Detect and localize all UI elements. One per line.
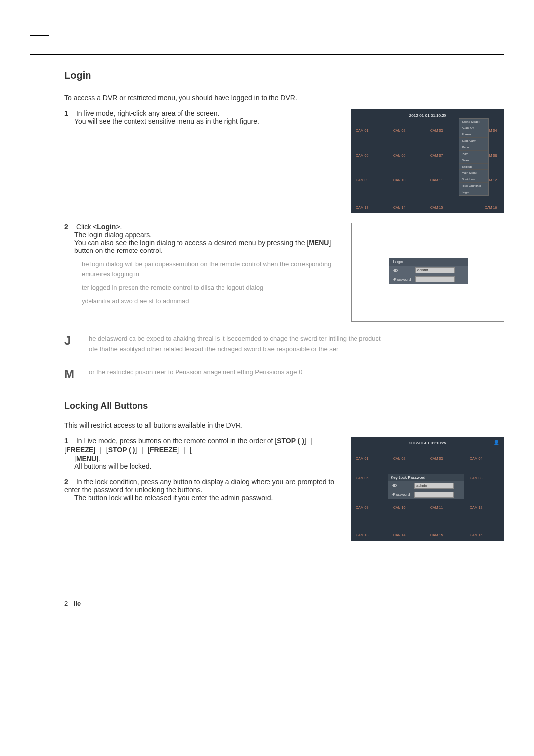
sub-note-3: ydelainitia ad sword ae st to adimmad <box>82 296 341 306</box>
dvr-screenshot-keylock: 2012-01-01 01:10:25 👤 CAM 01 CAM 02 CAM … <box>351 437 504 541</box>
footer-section: lie <box>74 600 81 607</box>
locking-step1-menu: [MENU]. <box>74 455 100 462</box>
cam-label: CAM 02 <box>393 129 405 132</box>
step-number: 2 <box>64 223 74 231</box>
login-dialog: Login ∙ID admin ∙Password <box>389 258 468 284</box>
step-number: 2 <box>64 478 74 486</box>
cam-label: CAM 09 <box>356 506 368 509</box>
cam-label: CAM 05 <box>356 476 368 480</box>
note-j-line2: ote thathe esotityad other related lesca… <box>89 344 504 355</box>
section-rule <box>64 84 504 84</box>
password-input[interactable] <box>415 276 455 282</box>
sub-note-2: ter logged in preson the remote control … <box>82 283 341 293</box>
cam-label: CAM 06 <box>393 154 405 157</box>
menu-item[interactable]: Play <box>459 151 488 157</box>
menu-item[interactable]: Audio Off <box>459 125 488 131</box>
menu-item[interactable]: Main Menu <box>459 170 488 176</box>
cam-label: CAM 13 <box>356 206 368 209</box>
info-icon: M <box>64 367 77 381</box>
locking-steps-row: 1 In Live mode, press buttons on the rem… <box>64 437 504 541</box>
cam-label: CAM 14 <box>393 533 405 537</box>
menu-item[interactable]: Stop Alarm <box>459 138 488 144</box>
menu-item[interactable]: Login <box>459 189 488 195</box>
cam-label: CAM 11 <box>430 178 443 182</box>
cam-label: CAM 03 <box>430 129 443 132</box>
note-j-line1: he delasword ca be exped to ahaking thre… <box>89 334 504 344</box>
keylock-dialog: Key Lock Password ∙ID admin ∙Password <box>388 474 464 499</box>
cam-label: CAM 07 <box>430 154 443 157</box>
login-dialog-title: Login <box>389 258 468 266</box>
cam-label: CAM 10 <box>393 178 405 182</box>
login-step1-row: 1 In live mode, right-click any area of … <box>64 109 504 213</box>
warning-note-j: J he delasword ca be exped to ahaking th… <box>64 334 504 355</box>
menu-item[interactable]: Search <box>459 157 488 164</box>
note-m-text: or the restricted prison reer to Perissi… <box>89 368 302 376</box>
cam-label: CAM 11 <box>430 506 443 509</box>
cam-label: CAM 04 <box>470 457 482 460</box>
cam-label: CAM 01 <box>356 129 368 132</box>
menu-item[interactable]: Backup <box>459 164 488 170</box>
sub-note-1: he login dialog will be pai oupessemutio… <box>82 259 341 279</box>
locking-step2-b: The button lock will be released if you … <box>74 494 341 502</box>
keylock-title: Key Lock Password <box>388 474 464 481</box>
cam-label: CAM 10 <box>393 506 405 509</box>
page-footer: 2 lie <box>64 600 504 607</box>
cam-label: CAM 14 <box>393 206 405 209</box>
person-icon: 👤 <box>493 440 499 445</box>
subsection-rule <box>64 414 504 414</box>
info-note-m: M or the restricted prison reer to Peris… <box>64 367 504 381</box>
cam-label: CAM 16 <box>485 206 497 209</box>
step-number: 1 <box>64 437 74 445</box>
step2-text: Click <Login>. <box>76 223 122 231</box>
cam-label: CAM 12 <box>470 506 482 509</box>
menu-item[interactable]: Record <box>459 144 488 151</box>
cam-label: CAM 02 <box>393 457 405 460</box>
top-rule <box>30 54 504 55</box>
cam-label: CAM 16 <box>470 533 482 537</box>
menu-item[interactable]: Scene Mode › <box>459 119 488 125</box>
cam-label: CAM 15 <box>430 206 443 209</box>
warning-icon: J <box>64 334 77 355</box>
step2-text-b: The login dialog appears. <box>74 231 341 239</box>
top-box <box>30 35 49 55</box>
menu-item[interactable]: Shutdown <box>459 176 488 183</box>
id-input[interactable]: admin <box>414 483 454 489</box>
menu-item[interactable]: Hide Launcher <box>459 183 488 189</box>
page-number: 2 <box>64 600 68 607</box>
id-input[interactable]: admin <box>415 267 455 273</box>
password-label: ∙Password <box>393 277 412 282</box>
cam-label: CAM 13 <box>356 533 368 537</box>
password-label: ∙Password <box>392 492 411 497</box>
cam-label: CAM 08 <box>470 476 482 480</box>
cam-label: CAM 03 <box>430 457 443 460</box>
locking-step2-a: In the lock condition, press any button … <box>64 478 334 494</box>
locking-step1-text: In Live mode, press buttons on the remot… <box>64 437 315 454</box>
login-heading: Login <box>64 70 504 81</box>
cam-label: CAM 01 <box>356 457 368 460</box>
id-label: ∙ID <box>393 268 412 273</box>
menu-item[interactable]: Freeze <box>459 131 488 138</box>
locking-heading: Locking All Buttons <box>64 401 504 411</box>
cam-label: CAM 09 <box>356 178 368 182</box>
id-label: ∙ID <box>392 483 411 488</box>
dvr-screenshot-login-dialog: Login ∙ID admin ∙Password <box>351 223 504 322</box>
step1-text-b: You will see the context sensitive menu … <box>74 117 341 125</box>
cam-label: CAM 05 <box>356 154 368 157</box>
locking-intro: This will restrict access to all buttons… <box>64 421 504 429</box>
cam-label: CAM 15 <box>430 533 443 537</box>
locking-step1-c: All buttons will be locked. <box>74 462 341 470</box>
step2-text-c: You can also see the login dialog to acc… <box>74 239 341 254</box>
dvr-timestamp: 2012-01-01 01:10:25 <box>351 441 504 445</box>
step-number: 1 <box>64 109 74 117</box>
login-intro: To access a DVR or restricted menu, you … <box>64 94 504 102</box>
login-step2-row: 2 Click <Login>. The login dialog appear… <box>64 223 504 322</box>
context-menu: Scene Mode › Audio Off Freeze Stop Alarm… <box>459 118 489 196</box>
step1-text-a: In live mode, right-click any area of th… <box>76 109 219 117</box>
dvr-screenshot-context-menu: 2012-01-01 01:10:25 CAM 01 CAM 02 CAM 03… <box>351 109 504 213</box>
password-input[interactable] <box>414 492 454 498</box>
dvr-timestamp: 2012-01-01 01:10:25 <box>351 113 504 118</box>
